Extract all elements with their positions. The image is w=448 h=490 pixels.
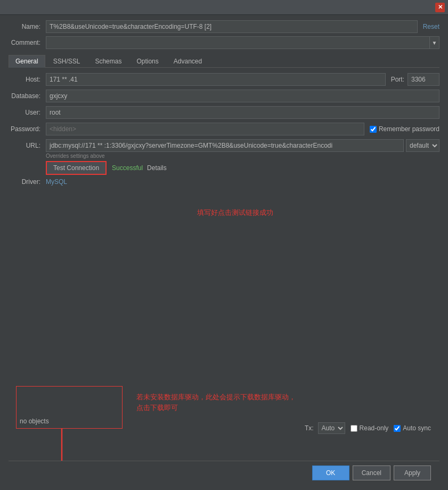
tab-general[interactable]: General (9, 55, 45, 68)
tab-sshssl[interactable]: SSH/SSL (46, 55, 87, 67)
title-bar: ✕ (0, 0, 448, 15)
remember-password-check[interactable]: Remember password (370, 125, 439, 133)
url-row: URL: default (9, 139, 439, 152)
bottom-status: Tx: Auto Read-only Auto sync (305, 422, 431, 434)
reset-link[interactable]: Reset (423, 23, 439, 30)
no-objects-box: no objects (16, 386, 123, 429)
tx-row: Tx: Auto (305, 422, 345, 434)
database-row: Database: (9, 90, 439, 102)
user-row: User: (9, 106, 439, 119)
port-input[interactable] (408, 73, 439, 86)
user-input[interactable] (46, 106, 439, 119)
no-objects-text: no objects (20, 417, 49, 425)
comment-label: Comment: (9, 39, 46, 46)
tabs: General SSH/SSL Schemas Options Advanced (9, 55, 439, 68)
remember-label: Remember password (379, 125, 439, 133)
tx-select[interactable]: Auto (318, 422, 345, 434)
footer-buttons: OK Cancel Apply (9, 461, 439, 485)
host-row: Host: Port: (9, 73, 439, 86)
user-label: User: (9, 109, 46, 116)
tab-schemas[interactable]: Schemas (88, 55, 128, 67)
readonly-label: Read-only (360, 424, 389, 432)
overrides-label: Overrides settings above (46, 153, 439, 159)
annotation-bottom-line2: 点击下载即可 (136, 403, 296, 413)
password-input[interactable] (46, 123, 364, 135)
annotation-bottom: 若未安装数据库驱动，此处会提示下载数据库驱动， 点击下载即可 (136, 392, 296, 413)
database-input[interactable] (46, 90, 439, 102)
annotation-bottom-line1: 若未安装数据库驱动，此处会提示下载数据库驱动， (136, 392, 296, 403)
main-content: 若未安装数据库驱动，此处会提示下载数据库驱动， 点击下载即可 no object… (9, 189, 439, 461)
autosync-checkbox[interactable] (394, 425, 401, 432)
comment-input-wrapper: ▼ (46, 36, 439, 49)
url-input[interactable] (46, 139, 404, 152)
driver-label: Driver: (9, 178, 46, 186)
autosync-label: Auto sync (403, 424, 431, 432)
tab-advanced[interactable]: Advanced (167, 55, 209, 67)
url-type-select[interactable]: default (406, 139, 439, 152)
comment-expand-button[interactable]: ▼ (430, 36, 439, 49)
test-success-label: Successful (112, 164, 143, 172)
dialog: Name: Reset Comment: ▼ General SSH/SSL S… (0, 15, 448, 490)
ok-button[interactable]: OK (312, 465, 349, 480)
remember-checkbox[interactable] (370, 126, 377, 133)
name-row: Name: Reset (9, 20, 439, 33)
autosync-row: Auto sync (394, 424, 431, 432)
host-label: Host: (9, 76, 46, 83)
close-button[interactable]: ✕ (435, 3, 445, 12)
readonly-checkbox[interactable] (351, 425, 357, 432)
comment-row: Comment: ▼ (9, 36, 439, 49)
password-row: Password: Remember password (9, 123, 439, 135)
name-input[interactable] (46, 20, 418, 33)
host-input[interactable] (46, 73, 386, 86)
tx-label: Tx: (305, 424, 314, 432)
driver-link[interactable]: MySQL (46, 178, 67, 186)
name-label: Name: (9, 23, 46, 30)
tab-options[interactable]: Options (129, 55, 165, 67)
url-label: URL: (9, 142, 46, 149)
apply-button[interactable]: Apply (394, 465, 431, 480)
test-connection-button[interactable]: Test Connection (46, 161, 107, 175)
test-connection-row: Test Connection Successful Details 填写好点击… (46, 161, 439, 175)
test-details-link[interactable]: Details (147, 164, 167, 172)
comment-input[interactable] (46, 36, 430, 49)
port-label: Port: (391, 76, 404, 83)
cancel-button[interactable]: Cancel (353, 465, 390, 480)
name-left: Name: (9, 20, 418, 33)
readonly-row: Read-only (351, 424, 389, 432)
driver-row: Driver: MySQL (9, 178, 439, 186)
database-label: Database: (9, 92, 46, 100)
password-label: Password: (9, 125, 46, 133)
